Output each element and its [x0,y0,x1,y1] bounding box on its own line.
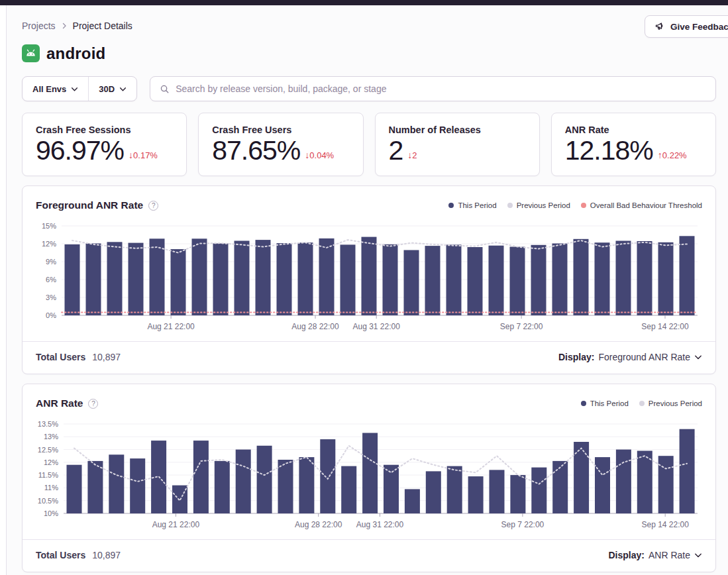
stat-value: 12.18% [565,136,653,165]
stat-card-number-of-releases: Number of Releases 2 ↓2 [375,113,540,176]
foreground-anr-rate-chart[interactable]: 0%3%6%9%12%15%Aug 21 22:00Aug 28 22:00Au… [23,215,715,341]
display-selector[interactable]: Display: ANR Rate [609,550,703,560]
svg-text:Sep 14 22:00: Sep 14 22:00 [641,322,689,331]
svg-text:Aug 21 22:00: Aug 21 22:00 [147,322,195,331]
android-platform-icon [22,44,40,62]
legend-item[interactable]: Previous Period [639,399,702,407]
svg-text:12%: 12% [42,240,56,248]
stat-card-crash-free-users: Crash Free Users 87.65% ↓0.04% [198,113,363,176]
svg-text:12.5%: 12.5% [38,446,58,454]
breadcrumb-projects[interactable]: Projects [22,21,56,31]
total-users: Total Users 10,897 [36,352,121,362]
give-feedback-label: Give Feedback [670,22,728,32]
date-range-label: 30D [99,84,115,94]
legend-dot-icon [581,401,586,406]
chart-legend: This Period Previous Period [581,399,702,407]
chart-title: Foreground ANR Rate [36,199,143,211]
chevron-down-icon [694,551,702,559]
legend-item[interactable]: This Period [448,201,496,209]
anr-rate-chart[interactable]: 10%10.5%11%11.5%12%12.5%13%13.5%Aug 21 2… [23,413,715,539]
page-title: android [46,44,105,63]
svg-text:9%: 9% [46,258,56,266]
foreground-anr-rate-panel: Foreground ANR Rate ? This Period Previo… [22,185,716,374]
stat-delta: ↑0.22% [658,150,687,165]
date-range-dropdown[interactable]: 30D [89,77,136,101]
search-input[interactable] [176,83,706,94]
svg-text:10%: 10% [44,509,58,517]
display-label: Display: [558,352,594,362]
total-users: Total Users 10,897 [36,550,121,560]
stat-card-crash-free-sessions: Crash Free Sessions 96.97% ↓0.17% [22,113,187,176]
svg-text:Sep 7 22:00: Sep 7 22:00 [501,520,545,529]
stat-label: Number of Releases [389,125,526,135]
legend-item[interactable]: Previous Period [507,201,570,209]
chevron-down-icon [119,85,127,93]
chevron-down-icon [71,85,78,93]
total-users-value: 10,897 [92,352,121,362]
release-search-box [150,76,716,101]
legend-dot-icon [639,401,645,406]
total-users-value: 10,897 [92,550,121,560]
svg-text:0%: 0% [46,311,56,319]
svg-text:13.5%: 13.5% [38,420,58,428]
svg-text:6%: 6% [46,276,56,284]
left-rail [0,5,7,575]
svg-text:Aug 31 22:00: Aug 31 22:00 [352,322,400,331]
svg-text:11.5%: 11.5% [38,471,59,479]
svg-text:3%: 3% [46,293,56,301]
filter-row: All Envs 30D [22,76,716,101]
stat-label: ANR Rate [565,125,702,135]
display-label: Display: [609,550,645,560]
legend-dot-icon [507,203,513,208]
svg-text:Sep 7 22:00: Sep 7 22:00 [500,322,543,331]
legend-dot-icon [448,203,454,208]
display-selector[interactable]: Display: Foreground ANR Rate [558,352,702,362]
environment-filter-label: All Envs [32,84,66,94]
stat-delta: ↓0.04% [305,150,334,165]
environment-filter-dropdown[interactable]: All Envs [23,77,88,101]
chart-legend: This Period Previous Period Overall Bad … [448,201,702,209]
project-title-row: android [22,42,716,65]
display-value: ANR Rate [649,550,690,560]
svg-text:13%: 13% [44,433,58,441]
stat-value: 87.65% [212,136,300,165]
legend-item[interactable]: This Period [581,399,629,407]
total-users-label: Total Users [36,550,85,560]
stat-delta: ↓0.17% [129,150,158,165]
stat-value: 2 [389,136,403,165]
total-users-label: Total Users [36,352,85,362]
anr-rate-panel: ANR Rate ? This Period Previous Period 1… [22,384,716,572]
stat-card-anr-rate: ANR Rate 12.18% ↑0.22% [551,113,716,176]
megaphone-icon [654,21,665,32]
filter-pill-group: All Envs 30D [22,76,137,101]
breadcrumb: Projects Project Details [22,20,716,32]
svg-text:12%: 12% [44,458,58,466]
chevron-right-icon [61,23,68,29]
svg-text:Aug 21 22:00: Aug 21 22:00 [152,520,200,529]
legend-item[interactable]: Overall Bad Behaviour Threshold [581,201,702,209]
stat-label: Crash Free Sessions [36,125,173,135]
svg-text:Sep 14 22:00: Sep 14 22:00 [641,520,689,529]
give-feedback-button[interactable]: Give Feedback [645,15,728,38]
top-bar [0,0,728,5]
stat-value: 96.97% [36,136,124,165]
svg-text:15%: 15% [42,222,56,230]
help-icon[interactable]: ? [88,399,98,409]
svg-text:Aug 31 22:00: Aug 31 22:00 [356,520,404,529]
main-content: Projects Project Details Give Feedback [7,5,728,575]
stats-row: Crash Free Sessions 96.97% ↓0.17% Crash … [22,113,716,176]
breadcrumb-project-details: Project Details [73,21,132,31]
display-value: Foreground ANR Rate [598,352,690,362]
search-icon [160,84,170,94]
svg-text:10.5%: 10.5% [38,497,58,505]
stat-delta: ↓2 [407,150,417,165]
chart-title: ANR Rate [36,397,83,409]
chevron-down-icon [694,353,702,361]
svg-text:11%: 11% [44,484,58,492]
svg-text:Aug 28 22:00: Aug 28 22:00 [295,520,342,529]
help-icon[interactable]: ? [148,201,158,211]
svg-text:Aug 28 22:00: Aug 28 22:00 [291,322,339,331]
stat-label: Crash Free Users [212,125,349,135]
legend-dot-icon [581,203,586,208]
